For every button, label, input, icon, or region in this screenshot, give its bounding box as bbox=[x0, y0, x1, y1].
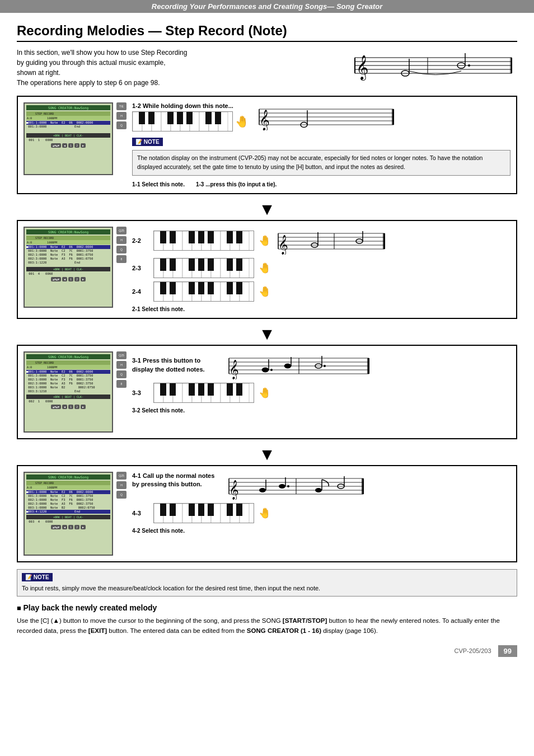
step3-row-5: 003:1:0000 Note B2 0002:0750 bbox=[26, 386, 110, 389]
step3-nav-b[interactable]: ◀ bbox=[62, 405, 67, 409]
step1-nav-d[interactable]: 2 bbox=[74, 143, 79, 148]
step2-side-btn-3[interactable]: Q bbox=[116, 246, 127, 253]
svg-text:𝄞: 𝄞 bbox=[229, 480, 239, 500]
step1-nav-e[interactable]: ▶ bbox=[81, 143, 86, 148]
step3-side-btn-1[interactable]: Q25 bbox=[116, 351, 127, 359]
svg-rect-85 bbox=[170, 259, 176, 271]
step3-side-btn-4[interactable]: 8 bbox=[116, 380, 127, 388]
svg-rect-27 bbox=[167, 112, 174, 124]
svg-rect-29 bbox=[186, 112, 193, 124]
step2-label-2-4: 2-4 bbox=[132, 288, 149, 295]
step2-row-2: 001:3:0000 Note C2 7C 0001:3750 bbox=[26, 249, 110, 253]
svg-rect-28 bbox=[177, 112, 183, 124]
step-2-box: 2 SONG CREATOR:NewSong STEP RECORD A:0 1… bbox=[17, 220, 517, 319]
step4-side-btn-3[interactable]: Q bbox=[116, 491, 127, 499]
intro-line-4: The operations here apply to step 6 on p… bbox=[17, 78, 338, 88]
step1-row-1: ■001:1:0000 Note E2 06 0002:0000 bbox=[26, 121, 110, 125]
svg-rect-59 bbox=[236, 231, 242, 243]
step3-display-header: SONG CREATOR:NewSong bbox=[26, 354, 110, 359]
step4-row-2: 001:3:0000 Note C2 7C 0001:3750 bbox=[26, 494, 110, 498]
step2-side-buttons: Q25 H Q 8 bbox=[116, 227, 127, 312]
step2-bottom-text: +BRK | BEAT | CLK- bbox=[26, 267, 110, 271]
step4-nav-b[interactable]: ◀ bbox=[62, 525, 67, 529]
svg-rect-175 bbox=[198, 504, 204, 516]
piano-4-3 bbox=[153, 503, 254, 523]
arrow-3-4: ▼ bbox=[17, 446, 517, 463]
step4-track: A:0 100BPM bbox=[26, 485, 110, 490]
step2-nav-a[interactable]: ▲▼▲▼ bbox=[51, 277, 61, 281]
step4-nav-e[interactable]: ▶ bbox=[81, 525, 86, 529]
step2-row-2-3: 2-3 bbox=[132, 258, 510, 278]
note-banner-1: 📝 NOTE bbox=[132, 138, 163, 146]
step3-nav-buttons: ▲▼▲▼ ◀ 1 2 ▶ bbox=[26, 405, 110, 409]
page-title: Recording Melodies — Step Record (Note) bbox=[17, 23, 517, 42]
step2-side-btn-2[interactable]: H bbox=[116, 236, 127, 244]
step1-nav-c[interactable]: 1 bbox=[68, 143, 73, 148]
step4-subtitle: STEP RECORD bbox=[26, 481, 110, 485]
svg-rect-90 bbox=[236, 259, 242, 271]
step4-side-btn-2[interactable]: H bbox=[116, 481, 127, 489]
step1-label-1-2: 1-2 While holding down this note... bbox=[132, 102, 249, 109]
step3-nav-c[interactable]: 1 bbox=[68, 405, 73, 409]
step3-location: 002 1 0000 bbox=[26, 399, 110, 403]
step1-nav-a[interactable]: ▲▼▲▼ bbox=[51, 143, 61, 148]
svg-rect-89 bbox=[227, 259, 233, 271]
svg-rect-57 bbox=[208, 231, 214, 243]
step1-nav-b[interactable]: ◀ bbox=[62, 143, 67, 148]
step3-nav-e[interactable]: ▶ bbox=[81, 405, 86, 409]
staff-4-1: 𝄞 bbox=[226, 472, 366, 500]
step1-display: SONG CREATOR:NewSong STEP RECORD A:0 100… bbox=[24, 102, 113, 175]
step3-side-btn-2[interactable]: H bbox=[116, 361, 127, 369]
step4-side-btn-1[interactable]: Q25 bbox=[116, 472, 127, 480]
step2-side-btn-1[interactable]: Q25 bbox=[116, 227, 127, 234]
footer: CVP-205/203 99 bbox=[17, 645, 517, 657]
step1-side-buttons: TIE H Q bbox=[116, 102, 127, 187]
step3-annotation-3-1: 3-1 Press this button to display the dot… bbox=[132, 351, 510, 379]
step1-side-btn-1[interactable]: TIE bbox=[116, 102, 127, 110]
label-1-3: 1-3 ...press this (to input a tie). bbox=[196, 181, 277, 187]
svg-rect-103 bbox=[189, 282, 195, 294]
step3-side-btn-3[interactable]: Q bbox=[116, 370, 127, 378]
piano-3-3 bbox=[153, 383, 254, 403]
step2-nav-c[interactable]: 1 bbox=[68, 277, 73, 281]
step1-display-subtitle: STEP RECORD bbox=[26, 111, 110, 116]
step2-nav-d[interactable]: 2 bbox=[74, 277, 79, 281]
svg-rect-137 bbox=[170, 383, 176, 396]
svg-rect-53 bbox=[160, 231, 166, 243]
step2-nav-b[interactable]: ◀ bbox=[62, 277, 67, 281]
header-bar: Recording Your Performances and Creating… bbox=[0, 0, 534, 13]
step4-nav-d[interactable]: 2 bbox=[74, 525, 79, 529]
step3-track: A:0 100BPM bbox=[26, 365, 110, 369]
piano-keyboard-1-2 bbox=[132, 111, 233, 132]
piano-2-2 bbox=[153, 231, 254, 251]
svg-rect-88 bbox=[208, 259, 214, 271]
svg-rect-87 bbox=[198, 259, 204, 271]
step3-nav-a[interactable]: ▲▼▲▼ bbox=[51, 405, 61, 409]
step1-bottom-text: +BRK | BEAT | CLK- bbox=[26, 133, 110, 138]
svg-rect-84 bbox=[160, 259, 166, 271]
step3-row-6: 003:3:1210 End bbox=[26, 389, 110, 393]
step4-nav-a[interactable]: ▲▼▲▼ bbox=[51, 525, 61, 529]
step2-side-btn-4[interactable]: 8 bbox=[116, 255, 127, 263]
step4-nav-c[interactable]: 1 bbox=[68, 525, 73, 529]
bottom-note-text: To input rests, simply move the measure/… bbox=[22, 584, 512, 593]
svg-point-155 bbox=[279, 484, 285, 489]
step4-label-4-2: 4-2 Select this note. bbox=[132, 528, 510, 534]
step1-side-btn-2[interactable]: H bbox=[116, 112, 127, 120]
step4-annotation-4-1: 4-1 Call up the normal notes by pressing… bbox=[132, 472, 510, 500]
step4-bottom-text: +BRK | BEAT | CLK- bbox=[26, 515, 110, 519]
page-number: 99 bbox=[498, 645, 517, 657]
step4-row-3: 002:1:0000 Note F3 F6 0001:3750 bbox=[26, 498, 110, 502]
step2-nav-e[interactable]: ▶ bbox=[81, 277, 86, 281]
step4-row-4-3: 4-3 bbox=[132, 503, 510, 523]
exit-label: [EXIT] bbox=[88, 627, 107, 634]
svg-point-118 bbox=[262, 368, 269, 372]
step3-nav-d[interactable]: 2 bbox=[74, 405, 79, 409]
step1-left-panel: SONG CREATOR:NewSong STEP RECORD A:0 100… bbox=[24, 102, 127, 187]
playback-title-text: Play back the newly created melody bbox=[23, 603, 157, 612]
arrow-2-3: ▼ bbox=[17, 326, 517, 342]
svg-rect-178 bbox=[236, 504, 242, 516]
step1-side-btn-3[interactable]: Q bbox=[116, 121, 127, 129]
step2-row-5: 003:1:1220 End bbox=[26, 261, 110, 265]
step-1-box: 1 SONG CREATOR:NewSong STEP RECORD A:0 1… bbox=[17, 96, 517, 194]
